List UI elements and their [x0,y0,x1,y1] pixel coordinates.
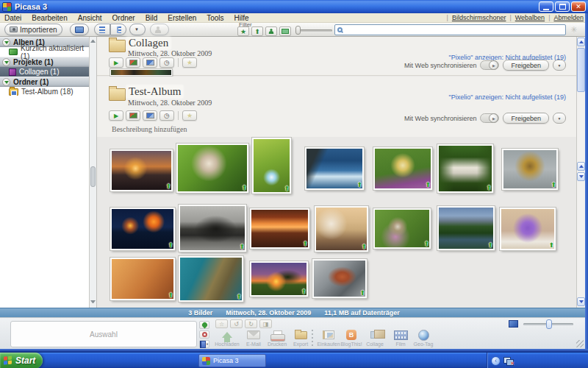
prev-album-button[interactable] [577,162,585,171]
sidebar-group-ordner[interactable]: Ordner (1) [0,77,89,87]
photo-thumb-waterfall[interactable]: ⬆ [437,144,493,193]
menu-ansicht[interactable]: Ansicht [78,14,102,22]
clear-selection-button[interactable] [199,330,209,339]
photo-thumb-dolphin-ocean[interactable]: ⬆ [305,147,364,190]
menu-bearbeiten[interactable]: Bearbeiten [32,14,67,22]
web-sync-toggle[interactable]: ▶ [480,60,499,70]
import-button[interactable]: Importieren [4,24,62,35]
minimize-button[interactable] [539,1,553,12]
create-movie-button[interactable] [143,57,157,68]
print-action-button[interactable]: Drucken [264,328,290,347]
menu-tools[interactable]: Tools [207,14,223,22]
sidebar-scrollbar[interactable] [90,37,97,308]
create-collage-button[interactable] [126,110,140,121]
menu-ordner[interactable]: Ordner [112,14,135,22]
email-action-button[interactable]: E-Mail [240,328,267,347]
start-button[interactable]: Start [0,353,43,368]
link-webalben[interactable]: Webalben [515,14,545,21]
slideshow-button[interactable]: ▶ [109,57,123,68]
photo-thumb-mountain-lake[interactable]: ⬆ [437,206,495,250]
network-status-icon[interactable]: ✕ [503,357,513,365]
main-scrollbar[interactable] [576,37,585,308]
create-movie-button[interactable] [143,110,157,121]
resize-grip[interactable] [576,340,584,347]
photo-thumb-balloons-night[interactable]: ⬆ [110,208,175,250]
photo-thumb-sunset-field[interactable]: ⬆ [250,261,308,297]
zoom-slider-thumb[interactable] [546,319,552,329]
tree-view-button[interactable] [110,24,126,35]
scroll-down-button[interactable] [577,297,585,306]
photo-thumb-autumn-leaf-water[interactable]: ⬆ [312,259,367,298]
blogthis-action-button[interactable]: B BlogThis! [338,328,365,347]
maximize-button[interactable] [555,1,570,12]
photo-thumb-sea-anemone[interactable]: ⬆ [110,258,175,300]
menu-datei[interactable]: Datei [4,14,21,22]
album-visibility-link[interactable]: "Pixelio" anzeigen: Nicht aufgelistet (1… [449,93,566,101]
menu-hilfe[interactable]: Hilfe [234,14,249,22]
history-button[interactable]: ◷ [159,57,174,68]
date-filter-slider[interactable] [297,29,332,32]
slideshow-button[interactable]: ▶ [109,110,123,121]
upload-action-button[interactable]: Hochladen [214,328,240,347]
photo-thumb-bee-flower[interactable]: ⬆ [373,208,431,249]
search-input[interactable] [345,26,563,34]
photo-thumb-railway-winter[interactable]: ⬆ [315,206,368,252]
photo-thumb-glasswing-butterfly[interactable]: ⬆ [176,144,248,193]
collapse-toggle-icon[interactable] [2,38,10,46]
photo-thumb-waterdrop-grass[interactable]: ⬆ [252,138,291,194]
filter-movies-button[interactable] [279,26,291,36]
history-button[interactable]: ◷ [159,110,174,121]
people-button[interactable] [150,24,169,35]
selection-tray[interactable]: Auswahl [10,321,197,347]
scrollbar-thumb[interactable] [577,48,585,92]
hold-selection-button[interactable] [199,321,209,329]
photo-thumb-underwater-plants[interactable]: ⬆ [179,256,243,302]
collapse-toggle-icon[interactable] [2,78,10,86]
next-album-button[interactable] [577,172,585,181]
scroll-up-icon[interactable] [90,40,96,43]
star-button[interactable]: ★ [182,110,197,121]
star-photo-button[interactable]: ☆ [215,319,228,328]
share-dropdown-button[interactable]: ▼ [553,60,566,71]
collapse-toggle-icon[interactable] [2,58,10,66]
share-button[interactable]: Freigeben [503,113,549,124]
sidebar-item-collagen[interactable]: Collagen (1) [0,67,89,77]
create-collage-button[interactable] [126,57,140,68]
close-button[interactable]: ✕ [571,1,586,12]
date-filter-slider-thumb[interactable] [295,26,301,35]
photo-thumb-crocus-snow[interactable]: ⬆ [500,208,556,250]
link-bildschirmschoner[interactable]: Bildschirmschoner [452,14,506,21]
toggle-knob-icon[interactable]: ▶ [489,60,498,70]
taskbar-task-picasa[interactable]: Picasa 3 [198,354,266,367]
share-dropdown-button[interactable]: ▼ [553,113,566,124]
photo-thumb-dragonfly[interactable]: ⬆ [502,149,558,190]
sidebar-item-kuerzlich-aktualisiert[interactable]: Kürzlich aktualisiert (1) [0,47,89,57]
photo-thumb-mesa-arch[interactable]: ⬆ [250,208,309,249]
filter-faces-button[interactable] [265,26,277,36]
tray-collapse-button[interactable]: ‹ [491,356,501,366]
view-options-dropdown[interactable]: ▼ [129,24,146,35]
menu-bild[interactable]: Bild [146,14,158,22]
rotate-right-button[interactable]: ↻ [245,319,257,328]
rotate-left-button[interactable]: ↺ [230,319,243,328]
photo-thumb-foggy-lake[interactable]: ⬆ [179,205,246,252]
geotag-action-button[interactable]: Geo-Tag [410,328,437,347]
web-sync-toggle[interactable]: ▶ [480,113,499,123]
flat-view-button[interactable] [94,24,110,35]
add-to-album-button[interactable]: ▼ [199,340,209,348]
sidebar-item-test-album[interactable]: Test-Album (18) [0,87,89,96]
album-title[interactable]: Collagen [126,37,171,49]
collage-action-button[interactable]: Collage [362,328,388,347]
share-button[interactable]: Freigeben [503,60,549,71]
photo-thumb-swallowtail-butterfly[interactable]: ⬆ [373,147,432,190]
title-bar[interactable]: Picasa 3 ✕ [0,0,588,13]
scroll-up-button[interactable] [577,38,585,46]
new-album-button[interactable] [70,24,89,35]
collage-preview-thumbnail[interactable] [110,69,172,76]
album-description-placeholder[interactable]: Beschreibung hinzufügen [112,125,187,133]
tag-button[interactable]: ◨ [259,319,272,328]
link-abmelden[interactable]: Abmelden [553,14,584,21]
filter-uploaded-button[interactable]: ⬆ [251,26,263,36]
album-title[interactable]: Test-Album [126,85,183,98]
menu-erstellen[interactable]: Erstellen [168,14,196,22]
